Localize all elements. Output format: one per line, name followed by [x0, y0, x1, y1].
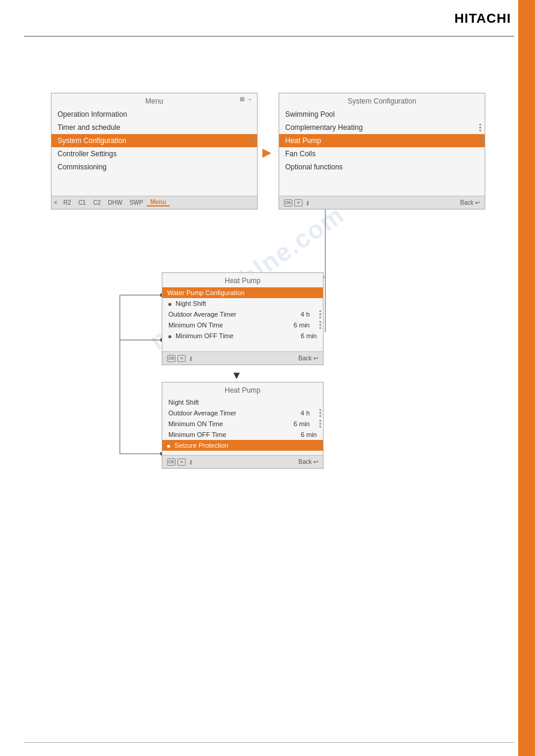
arrow-down-icon: ▼ — [231, 369, 242, 382]
menu-title: Menu — [52, 93, 257, 108]
right-tab — [518, 0, 535, 756]
sysconfig-panel: System Configuration Swimming Pool Compl… — [279, 93, 485, 210]
hp1-item-outdoor-avg[interactable]: Outdoor Average Timer 4 h — [162, 309, 323, 320]
ok-icon[interactable]: OK — [284, 199, 292, 207]
dots-indicator — [252, 137, 253, 145]
brand-logo: HITACHI — [454, 11, 511, 26]
heatpump-dots — [479, 137, 481, 145]
night-shift-bullet — [168, 303, 171, 306]
hp2-back-button[interactable]: Back ↩ — [298, 459, 318, 465]
hp2-bottom-bar: OK ≡ ⚷ Back ↩ — [162, 455, 323, 468]
hp1-ok-icon[interactable]: OK — [167, 355, 176, 362]
hp2-nav-icon[interactable]: ≡ — [177, 459, 186, 466]
nav-tab-c1[interactable]: C1 — [75, 199, 90, 206]
hp2-item-min-off[interactable]: Minimum OFF Time 6 min — [162, 429, 323, 440]
hp2-item-seizure[interactable]: Seizure Protection — [162, 440, 323, 451]
nav-tab-menu[interactable]: Menu — [147, 199, 170, 207]
hp2-item-min-on[interactable]: Minimum ON Time 6 min — [162, 418, 323, 429]
hp2-ok-icon[interactable]: OK — [167, 459, 176, 466]
heatpump2-title: Heat Pump — [162, 382, 323, 397]
hp1-bottom-bar: OK ≡ ⚷ Back ↩ — [162, 351, 323, 365]
nav-tab-dhw[interactable]: DHW — [104, 199, 126, 206]
hp2-item-outdoor-avg[interactable]: Outdoor Average Timer 4 h — [162, 408, 323, 418]
outdoor-dots — [319, 311, 321, 318]
menu-item-controller[interactable]: Controller Settings — [52, 147, 257, 160]
seizure-bullet — [167, 445, 170, 448]
hp1-item-waterpump[interactable]: Water Pump Configuration — [162, 287, 323, 298]
arrow-icon-top: → — [246, 96, 252, 102]
menu-item-sysconfig[interactable]: System Configuration — [52, 134, 257, 147]
menu-icon-top: ⊞ — [240, 96, 244, 102]
nav-tab-r2[interactable]: R2 — [60, 199, 75, 206]
hp2-key-icon: ⚷ — [189, 459, 193, 465]
sysconfig-item-heatpump[interactable]: Heat Pump — [279, 134, 485, 147]
key-icon: ⚷ — [306, 200, 310, 206]
nav-tab-c2[interactable]: C2 — [89, 199, 104, 206]
sysconfig-item-comp-heat[interactable]: Complementary Heating — [279, 121, 485, 134]
min-off-bullet — [168, 335, 171, 338]
back-button[interactable]: Back ↩ — [460, 199, 480, 206]
header-divider — [24, 36, 514, 37]
hp1-item-min-on[interactable]: Minimum ON Time 6 min — [162, 320, 323, 330]
nav-tab-swp[interactable]: SWP — [126, 199, 147, 206]
arrow-right-icon: ▶ — [262, 146, 271, 159]
menu-panel: ⊞ → Menu Operation Information Timer and… — [51, 93, 258, 210]
heatpump2-panel: Heat Pump Night Shift Outdoor Average Ti… — [162, 382, 324, 469]
sysconfig-title: System Configuration — [279, 93, 485, 108]
hp1-back-button[interactable]: Back ↩ — [298, 355, 318, 362]
comp-heat-dots — [479, 124, 481, 132]
menu-item-operation[interactable]: Operation Information — [52, 108, 257, 121]
hp1-item-nightshift[interactable]: Night Shift — [162, 298, 323, 309]
hp2-min-on-dots — [319, 420, 321, 428]
nav-tabs-bar: < R2 C1 C2 DHW SWP Menu — [52, 196, 257, 209]
hp1-nav-icon[interactable]: ≡ — [177, 355, 186, 362]
sysconfig-item-pool[interactable]: Swimming Pool — [279, 108, 485, 121]
nav-icon[interactable]: ≡ — [294, 199, 303, 207]
footer-divider — [24, 742, 514, 743]
hp1-item-min-off[interactable]: Minimum OFF Time 6 min — [162, 330, 323, 341]
heatpump1-title: Heat Pump — [162, 273, 323, 287]
sysconfig-bottom-bar: OK ≡ ⚷ Back ↩ — [279, 196, 485, 209]
hp1-key-icon: ⚷ — [189, 356, 193, 362]
sysconfig-item-fancoils[interactable]: Fan Coils — [279, 147, 485, 160]
nav-arrow-left[interactable]: < — [52, 199, 60, 206]
heatpump1-panel: Heat Pump Water Pump Configuration Night… — [162, 272, 324, 365]
menu-item-timer[interactable]: Timer and schedule — [52, 121, 257, 134]
min-on-dots — [319, 321, 321, 329]
hp2-outdoor-dots — [319, 409, 321, 417]
sysconfig-item-optional[interactable]: Optional functions — [279, 160, 485, 174]
hp2-item-nightshift[interactable]: Night Shift — [162, 397, 323, 408]
menu-item-commissioning[interactable]: Commissioning — [52, 160, 257, 174]
